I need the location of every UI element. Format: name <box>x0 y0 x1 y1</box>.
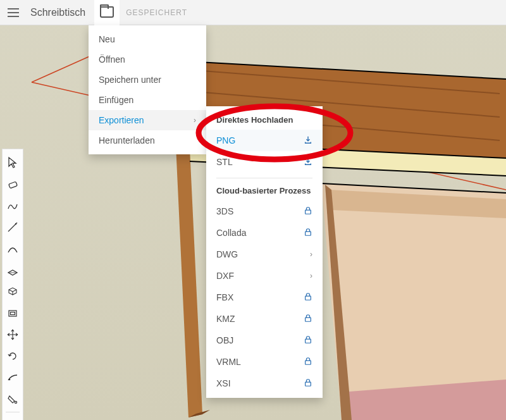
download-icon <box>304 135 312 146</box>
saved-status: GESPEICHERT <box>126 8 187 17</box>
lock-icon <box>304 335 312 346</box>
export-item-stl[interactable]: STL <box>206 151 323 173</box>
lock-icon <box>304 228 312 238</box>
tool-tape[interactable] <box>3 368 22 387</box>
svg-rect-30 <box>305 296 311 300</box>
tool-line[interactable] <box>3 218 22 237</box>
tool-rectangle[interactable] <box>3 261 22 280</box>
svg-point-20 <box>15 223 16 225</box>
tool-eraser[interactable] <box>3 175 22 194</box>
export-section-cloud-header: Cloud-basierter Prozess <box>206 183 323 201</box>
export-submenu: Direktes Hochladen PNG STL Cloud-basiert… <box>206 106 323 398</box>
lock-icon <box>304 206 312 217</box>
svg-rect-22 <box>9 311 16 316</box>
tool-palette <box>2 149 23 420</box>
export-item-dxf[interactable]: DXF › <box>206 265 323 287</box>
svg-rect-29 <box>305 232 311 235</box>
menu-item-download[interactable]: Herunterladen <box>89 130 206 151</box>
export-item-3ds[interactable]: 3DS <box>206 201 323 222</box>
lock-icon <box>304 378 312 389</box>
chevron-right-icon: › <box>310 271 312 280</box>
export-item-fbx[interactable]: FBX <box>206 287 323 308</box>
svg-point-24 <box>9 379 11 381</box>
tool-offset[interactable] <box>3 304 22 323</box>
lock-icon <box>304 292 312 303</box>
svg-rect-31 <box>305 318 311 321</box>
tool-freehand[interactable] <box>3 196 22 215</box>
export-section-direct-header: Direktes Hochladen <box>206 113 323 130</box>
download-icon <box>304 157 312 168</box>
chevron-right-icon: › <box>310 250 312 259</box>
svg-rect-33 <box>305 361 311 364</box>
export-item-kmz[interactable]: KMZ <box>206 308 323 330</box>
document-title: Schreibtisch <box>30 7 85 18</box>
tool-arc[interactable] <box>3 239 22 258</box>
svg-rect-32 <box>305 339 311 343</box>
menu-item-open[interactable]: Öffnen <box>89 49 206 70</box>
svg-rect-34 <box>305 382 311 386</box>
menu-item-save-as[interactable]: Speichern unter <box>89 70 206 90</box>
lock-icon <box>304 357 312 368</box>
svg-marker-8 <box>176 145 202 417</box>
tool-rotate[interactable] <box>3 347 22 366</box>
export-item-dwg[interactable]: DWG › <box>206 244 323 265</box>
export-item-png[interactable]: PNG <box>206 130 323 151</box>
toolbar-separator <box>6 412 20 412</box>
tool-orbit[interactable] <box>3 416 22 420</box>
export-item-obj[interactable]: OBJ <box>206 330 323 351</box>
folder-open-icon <box>100 6 114 18</box>
main-menu-button[interactable] <box>3 2 24 23</box>
menu-item-export[interactable]: Exportieren › <box>89 110 206 130</box>
tool-paint[interactable] <box>3 390 22 409</box>
lock-icon <box>304 314 312 324</box>
tool-pushpull[interactable] <box>3 282 22 301</box>
top-bar: Schreibtisch GESPEICHERT <box>0 0 506 25</box>
menu-item-new[interactable]: Neu <box>89 29 206 49</box>
export-item-xsi[interactable]: XSI <box>206 373 323 394</box>
tool-select[interactable] <box>3 153 22 172</box>
submenu-separator <box>216 178 312 178</box>
file-menu-dropdown: Neu Öffnen Speichern unter Einfügen Expo… <box>89 25 206 154</box>
export-item-vrml[interactable]: VRML <box>206 351 323 373</box>
file-menu-button[interactable] <box>94 0 120 25</box>
tool-move[interactable] <box>3 325 22 344</box>
menu-item-insert[interactable]: Einfügen <box>89 90 206 110</box>
svg-rect-23 <box>11 312 15 315</box>
svg-rect-28 <box>305 210 311 214</box>
export-item-collada[interactable]: Collada <box>206 222 323 244</box>
chevron-right-icon: › <box>194 116 196 125</box>
svg-point-25 <box>15 401 16 403</box>
svg-rect-19 <box>9 182 18 188</box>
